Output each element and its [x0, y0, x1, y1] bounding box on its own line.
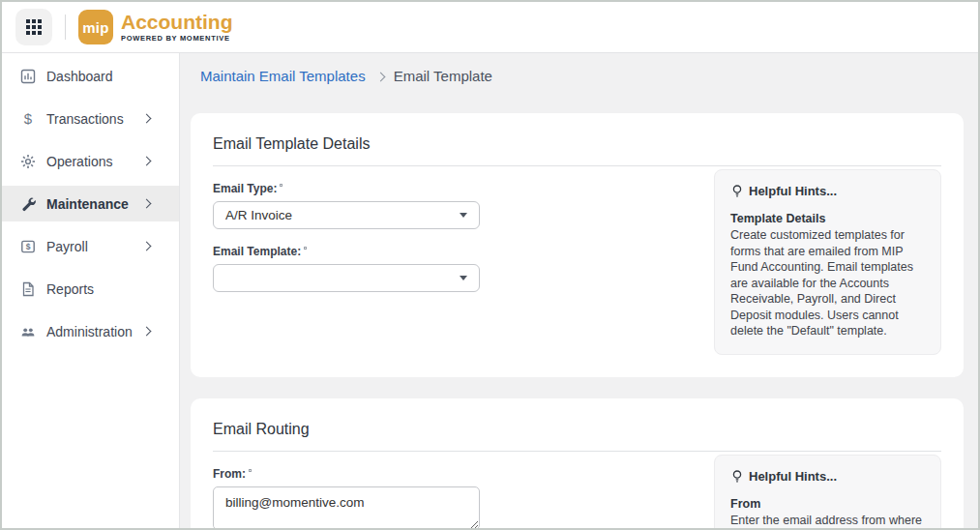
email-type-label: Email Type: — [213, 182, 480, 195]
dashboard-icon — [19, 69, 37, 84]
app-window: mip Accounting POWERED BY MOMENTIVE Dash… — [0, 0, 980, 530]
main-content: Maintain Email Templates Email Template … — [180, 53, 978, 528]
app-launcher-button[interactable] — [15, 9, 52, 45]
sidebar-item-label: Transactions — [46, 111, 124, 127]
hints-subtitle: Template Details — [730, 212, 925, 225]
breadcrumb-current: Email Template — [394, 68, 492, 84]
sidebar-item-label: Reports — [46, 281, 94, 297]
svg-text:$: $ — [26, 242, 31, 251]
sidebar-item-administration[interactable]: Administration — [2, 313, 179, 349]
chevron-right-icon — [142, 242, 152, 251]
chevron-right-icon — [142, 199, 152, 209]
sidebar-item-payroll[interactable]: $ Payroll — [2, 228, 179, 264]
reports-icon — [19, 281, 37, 297]
chevron-right-icon — [142, 157, 152, 166]
mip-logo: mip — [78, 10, 113, 44]
brand-tagline: POWERED BY MOMENTIVE — [121, 34, 233, 43]
app-header: mip Accounting POWERED BY MOMENTIVE — [2, 2, 978, 53]
sidebar-item-label: Dashboard — [46, 69, 113, 84]
from-input[interactable]: billing@momentive.com — [213, 486, 480, 528]
sidebar-item-maintenance[interactable]: Maintenance — [2, 186, 179, 221]
sidebar-item-label: Operations — [46, 154, 112, 169]
hints-title: Helpful Hints... — [730, 184, 925, 198]
section-heading-email-routing: Email Routing — [213, 421, 941, 452]
transactions-icon: $ — [19, 111, 37, 127]
required-marker — [249, 469, 252, 472]
email-template-details-card: Email Template Details Email Type: A/R I… — [191, 113, 964, 377]
app-grid-icon — [26, 19, 42, 35]
sidebar-item-operations[interactable]: Operations — [2, 143, 179, 179]
sidebar-item-label: Payroll — [46, 239, 88, 254]
section-heading-template-details: Email Template Details — [213, 135, 941, 166]
email-type-select[interactable]: A/R Invoice — [213, 201, 480, 229]
chevron-right-icon — [142, 327, 152, 337]
brand-text: Accounting POWERED BY MOMENTIVE — [121, 12, 233, 43]
required-marker — [304, 247, 307, 250]
from-field: From: billing@momentive.com — [213, 467, 480, 528]
email-routing-card: Email Routing From: billing@momentive.co… — [191, 398, 964, 528]
hints-title: Helpful Hints... — [730, 469, 925, 484]
email-template-field: Email Template: — [213, 245, 480, 292]
email-template-value — [225, 278, 460, 279]
sidebar-nav: Dashboard $ Transactions Operations Main… — [2, 53, 180, 528]
required-marker — [280, 184, 282, 187]
operations-icon — [19, 154, 37, 169]
lightbulb-icon — [730, 469, 744, 484]
header-divider — [65, 15, 66, 40]
email-type-field: Email Type: A/R Invoice — [213, 182, 480, 229]
chevron-down-icon — [460, 213, 467, 218]
sidebar-item-label: Administration — [46, 324, 133, 339]
lightbulb-icon — [730, 184, 744, 198]
helpful-hints-panel-from: Helpful Hints... From Enter the email ad… — [714, 455, 941, 528]
breadcrumb: Maintain Email Templates Email Template — [180, 53, 978, 84]
breadcrumb-link-maintain-email-templates[interactable]: Maintain Email Templates — [200, 68, 366, 84]
chevron-right-icon — [142, 114, 152, 124]
sidebar-item-reports[interactable]: Reports — [2, 271, 179, 307]
helpful-hints-panel-template-details: Helpful Hints... Template Details Create… — [714, 169, 941, 355]
hints-subtitle: From — [730, 497, 925, 511]
email-type-value: A/R Invoice — [225, 208, 460, 222]
app-title: Accounting — [121, 12, 233, 33]
administration-icon — [19, 324, 37, 339]
hints-body: Enter the email address from where the e… — [730, 513, 925, 528]
sidebar-item-label: Maintenance — [46, 196, 129, 212]
email-template-select[interactable] — [213, 264, 480, 292]
payroll-icon: $ — [19, 239, 37, 254]
email-template-label: Email Template: — [213, 245, 480, 258]
maintenance-icon — [19, 196, 37, 212]
chevron-down-icon — [460, 276, 467, 280]
sidebar-item-transactions[interactable]: $ Transactions — [2, 101, 179, 136]
from-label: From: — [213, 467, 480, 481]
sidebar-item-dashboard[interactable]: Dashboard — [2, 58, 179, 94]
hints-body: Create customized templates for forms th… — [730, 227, 925, 339]
chevron-right-icon — [375, 73, 385, 82]
